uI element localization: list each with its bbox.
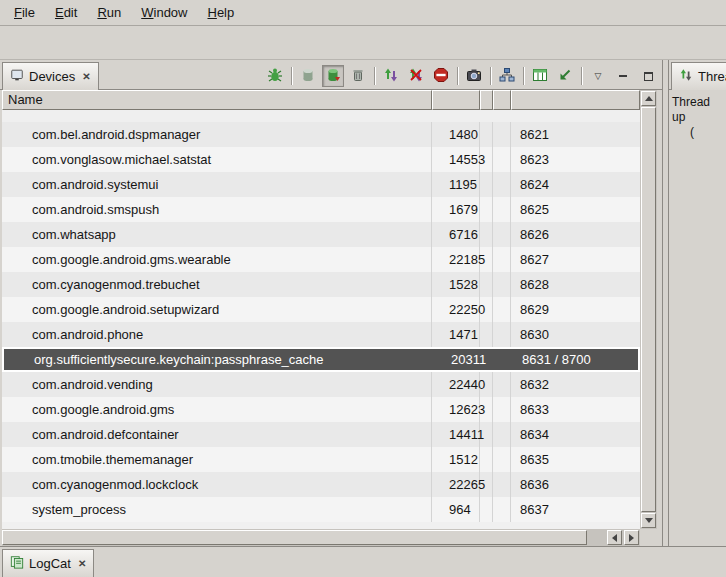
stop-method-profiling-button[interactable] — [405, 65, 427, 87]
column-header-name[interactable]: Name — [2, 90, 432, 110]
empty-cell — [493, 247, 511, 272]
empty-cell — [493, 372, 511, 397]
process-port-cell: 8635 — [511, 447, 640, 472]
stop-process-icon — [433, 67, 449, 86]
process-port-cell: 8633 — [511, 397, 640, 422]
table-row[interactable]: com.vonglasow.michael.satstat 14553 8623 — [2, 147, 640, 172]
update-heap-button[interactable] — [297, 65, 319, 87]
scroll-up-button[interactable] — [641, 91, 656, 106]
table-row[interactable]: com.google.android.setupwizard 22250 862… — [2, 297, 640, 322]
cause-gc-button[interactable] — [347, 65, 369, 87]
process-port-cell: 8632 — [511, 372, 640, 397]
maximize-button[interactable] — [637, 65, 659, 87]
update-threads-button[interactable] — [380, 65, 402, 87]
process-port-cell: 8636 — [511, 472, 640, 497]
table-row[interactable]: com.google.android.gms.wearable 22185 86… — [2, 247, 640, 272]
debug-button[interactable] — [264, 65, 286, 87]
process-pid-cell: 1512 — [432, 447, 480, 472]
empty-cell — [493, 272, 511, 297]
empty-cell — [493, 322, 511, 347]
scroll-down-button[interactable] — [641, 513, 656, 528]
empty-cell — [480, 447, 493, 472]
toolbar-separator — [374, 67, 375, 85]
column-header-empty[interactable] — [480, 90, 493, 110]
network-usage-button[interactable] — [554, 65, 576, 87]
process-table-body: com.bel.android.dspmanager 1480 8621 com… — [2, 110, 640, 529]
column-header-port[interactable] — [511, 90, 640, 110]
menu-item[interactable]: Window — [131, 2, 197, 23]
empty-cell — [482, 349, 495, 370]
scroll-right-button[interactable] — [624, 530, 639, 545]
empty-cell — [480, 397, 493, 422]
table-top-spacer — [2, 110, 640, 122]
horizontal-scrollbar-thumb[interactable] — [2, 530, 587, 545]
empty-cell — [495, 349, 513, 370]
screen-capture-button[interactable] — [463, 65, 485, 87]
empty-cell — [480, 197, 493, 222]
process-port-cell: 8630 — [511, 322, 640, 347]
vertical-scrollbar-thumb[interactable] — [641, 107, 656, 512]
minimize-icon — [619, 75, 627, 77]
minimize-button[interactable] — [612, 65, 634, 87]
maximize-icon — [644, 72, 653, 81]
view-hierarchy-icon — [499, 67, 515, 86]
table-row[interactable]: com.android.phone 1471 8630 — [2, 322, 640, 347]
process-name-cell: com.google.android.gms.wearable — [2, 247, 432, 272]
empty-cell — [480, 422, 493, 447]
dump-hprof-button[interactable] — [322, 65, 344, 87]
view-menu-button[interactable]: ▽ — [587, 65, 609, 87]
toolbar-separator — [581, 67, 582, 85]
empty-cell — [493, 197, 511, 222]
process-name-cell: com.cyanogenmod.trebuchet — [2, 272, 432, 297]
tab-devices-label: Devices — [29, 69, 75, 84]
threads-message-line2: ( — [672, 125, 723, 140]
method-profiling-button[interactable] — [529, 65, 551, 87]
process-pid-cell: 14553 — [432, 147, 480, 172]
process-port-cell: 8628 — [511, 272, 640, 297]
empty-cell — [493, 422, 511, 447]
threads-view-header: Threads ✕ — [669, 60, 726, 90]
table-row[interactable]: com.cyanogenmod.lockclock 22265 8636 — [2, 472, 640, 497]
scroll-left-button[interactable] — [607, 530, 622, 545]
tab-devices[interactable]: Devices ✕ — [2, 62, 99, 90]
menu-item[interactable]: File — [4, 2, 45, 23]
process-name-cell: com.android.smspush — [2, 197, 432, 222]
close-icon[interactable]: ✕ — [82, 71, 90, 82]
process-pid-cell: 1528 — [432, 272, 480, 297]
column-header-empty[interactable] — [493, 90, 511, 110]
tab-threads[interactable]: Threads ✕ — [671, 62, 726, 90]
menu-item[interactable]: Help — [197, 2, 244, 23]
table-row[interactable]: system_process 964 8637 — [2, 497, 640, 522]
table-header-row: Name — [2, 90, 640, 110]
table-row[interactable]: org.sufficientlysecure.keychain:passphra… — [2, 347, 640, 372]
logcat-icon — [10, 555, 24, 572]
menu-item[interactable]: Run — [87, 2, 131, 23]
horizontal-scrollbar[interactable] — [2, 529, 640, 546]
process-name-cell: com.android.phone — [2, 322, 432, 347]
column-header-pid[interactable] — [432, 90, 480, 110]
table-row[interactable]: com.android.vending 22440 8632 — [2, 372, 640, 397]
empty-cell — [493, 297, 511, 322]
vertical-scrollbar[interactable] — [640, 90, 657, 529]
view-hierarchy-button[interactable] — [496, 65, 518, 87]
menu-item[interactable]: Edit — [45, 2, 87, 23]
table-row[interactable]: com.android.defcontainer 14411 8634 — [2, 422, 640, 447]
dump-hprof-icon — [325, 67, 341, 86]
table-row[interactable]: com.android.systemui 1195 8624 — [2, 172, 640, 197]
table-row[interactable]: com.bel.android.dspmanager 1480 8621 — [2, 122, 640, 147]
close-icon[interactable]: ✕ — [78, 558, 86, 569]
process-port-cell: 8626 — [511, 222, 640, 247]
table-row[interactable]: com.cyanogenmod.trebuchet 1528 8628 — [2, 272, 640, 297]
tab-logcat[interactable]: LogCat ✕ — [2, 549, 94, 577]
process-name-cell: com.tmobile.thememanager — [2, 447, 432, 472]
table-row[interactable]: com.tmobile.thememanager 1512 8635 — [2, 447, 640, 472]
table-row[interactable]: com.android.smspush 1679 8625 — [2, 197, 640, 222]
table-row[interactable]: com.whatsapp 6716 8626 — [2, 222, 640, 247]
stop-process-button[interactable] — [430, 65, 452, 87]
horizontal-scrollbar-track[interactable] — [587, 529, 606, 546]
stop-method-profiling-icon — [408, 67, 424, 86]
devices-toolbar: ▽ — [264, 63, 659, 89]
threads-icon — [679, 68, 693, 85]
table-row[interactable]: com.google.android.gms 12623 8633 — [2, 397, 640, 422]
process-port-cell: 8631 / 8700 — [513, 349, 638, 370]
